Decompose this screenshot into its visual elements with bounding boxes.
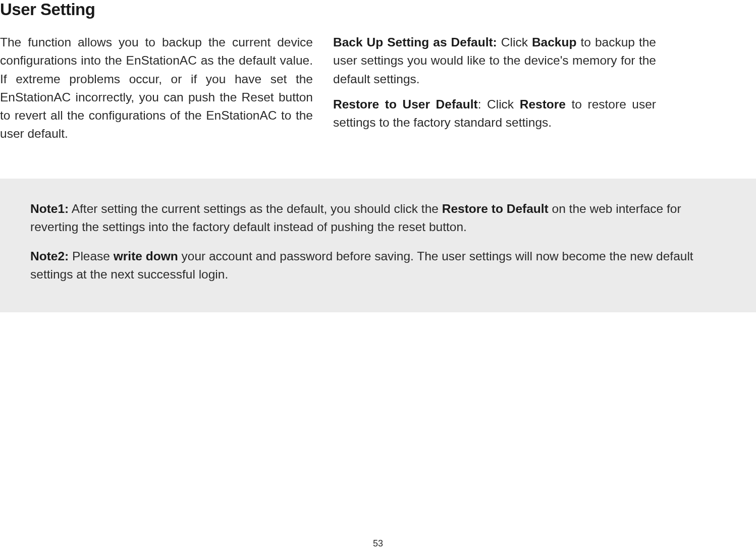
paragraph-spacer [333,88,656,95]
page-number: 53 [373,538,383,549]
note-2: Note2: Please write down your account an… [30,247,726,284]
note2-bold1: write down [114,249,178,263]
note1-bold1: Restore to Default [442,202,549,215]
left-column: The function allows you to backup the cu… [0,33,313,143]
right-column: Back Up Setting as Default: Click Backup… [333,33,656,143]
notes-callout-box: Note1: After setting the current setting… [0,179,756,312]
two-column-layout: The function allows you to backup the cu… [0,33,756,143]
restore-word-bold: Restore [520,97,566,111]
backup-word-bold: Backup [532,35,577,49]
note1-label: Note1: [30,202,69,215]
note2-text1: Please [69,249,114,263]
backup-paragraph: Back Up Setting as Default: Click Backup… [333,33,656,88]
page-header: User Setting [0,0,756,19]
restore-mid-text: : Click [478,97,520,111]
note-1: Note1: After setting the current setting… [30,200,726,237]
restore-paragraph: Restore to User Default: Click Restore t… [333,95,656,132]
intro-paragraph: The function allows you to backup the cu… [0,33,313,143]
backup-lead-bold: Back Up Setting as Default: [333,35,497,49]
note2-label: Note2: [30,249,69,263]
restore-lead-bold: Restore to User Default [333,97,478,111]
page-title: User Setting [0,0,756,19]
note1-text1: After setting the current settings as th… [69,202,442,215]
document-page: User Setting The function allows you to … [0,0,756,554]
backup-mid-text: Click [497,35,532,49]
